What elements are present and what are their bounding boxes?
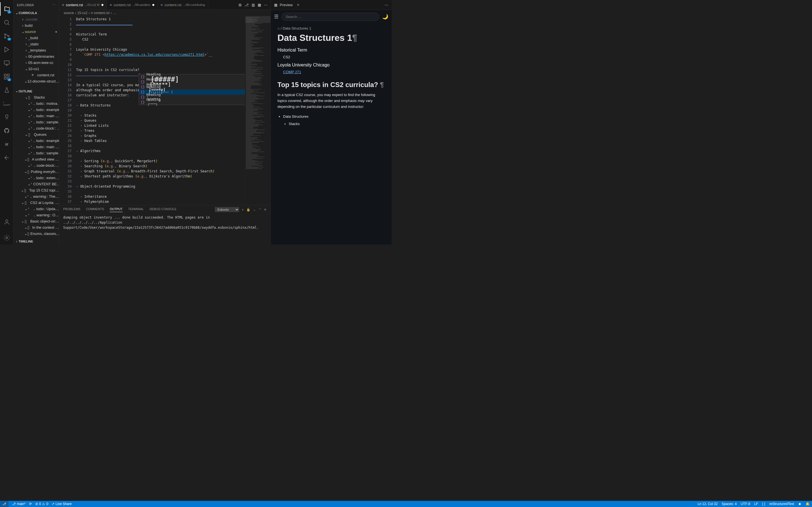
outline-item[interactable]: ⌄*.. todo:: main … <box>13 113 59 119</box>
minimap[interactable] <box>245 16 270 205</box>
outline-item[interactable]: ⌄[]Basic object-ori… <box>13 218 59 224</box>
breadcrumb-item[interactable]: ≡ content.rst <box>91 11 109 15</box>
outline-item[interactable]: ⌄*.. todo:: example <box>13 107 59 113</box>
outline-item[interactable]: ⌄[]A unified view … <box>13 156 59 163</box>
editor-tab[interactable]: ≡content.rst.../15-cs2 M● <box>59 0 107 10</box>
menu-icon[interactable]: ☰ <box>274 13 278 20</box>
home-icon[interactable]: ⌂ <box>277 26 280 31</box>
bottom-panel: PROBLEMSCOMMENTSOUTPUTTERMINALDEBUG CONS… <box>59 205 270 244</box>
tree-item[interactable]: ›.vscode <box>13 16 59 22</box>
preview-search-input[interactable] <box>282 13 379 21</box>
extensions-icon[interactable]: 2 <box>0 70 13 83</box>
more-icon[interactable]: ⋯ <box>52 3 56 7</box>
course-link[interactable]: COMP 271 <box>283 70 301 74</box>
panel-tab-output[interactable]: OUTPUT <box>110 207 122 212</box>
outline-item[interactable]: ⌄*CONTENT BE… <box>13 181 59 187</box>
tree-item[interactable]: ≡content.rst <box>13 72 59 78</box>
pilcrow-icon[interactable]: ¶ <box>352 33 357 43</box>
github-icon[interactable] <box>0 124 13 137</box>
panel-close-icon[interactable]: ✕ <box>264 208 266 212</box>
outline-item[interactable]: ⌄[]Putting everyth… <box>13 169 59 175</box>
preview-tabbar: ▦ Preview ✕ ⋯ <box>271 0 392 10</box>
tree-item[interactable]: ›_build <box>13 35 59 41</box>
suggest-item[interactable]: {}Heading ["""""] <box>139 100 254 105</box>
tree-item[interactable]: ›_static <box>13 41 59 47</box>
outline-item[interactable]: ⌄[]In the context … <box>13 224 59 231</box>
run-icon[interactable] <box>0 43 13 56</box>
tree-item[interactable]: ›_templates <box>13 47 59 53</box>
breadcrumb[interactable]: source ›15-cs2 ›≡ content.rst ›… <box>59 10 270 16</box>
outline-item[interactable]: ⌄*.. todo:: exten… <box>13 175 59 181</box>
outline-item[interactable]: ⌄*.. todo:: sample… <box>13 119 59 125</box>
panel-down-icon[interactable]: ⌄ <box>253 208 256 212</box>
outline-item[interactable]: ⌄*.. code-block:: … <box>13 125 59 131</box>
editor-tab[interactable]: ≡content.rst.../90-contributing <box>158 0 208 10</box>
share-icon[interactable] <box>0 151 13 165</box>
outline-item[interactable]: ⌄*.. code-block:… <box>13 163 59 169</box>
outline-item[interactable]: ⌄[]Queues <box>13 131 59 138</box>
explorer-icon[interactable]: 2 <box>0 2 13 16</box>
svg-rect-5 <box>4 74 6 76</box>
outline-item[interactable]: ⌄*.. warning:: The… <box>13 193 59 200</box>
close-icon[interactable]: ✕ <box>297 3 300 7</box>
uni-label: Loyola University Chicago <box>277 62 385 68</box>
section-outline[interactable]: ⌄OUTLINE <box>13 88 59 94</box>
tree-item[interactable]: ›build <box>13 22 59 29</box>
breadcrumb-item[interactable]: source <box>64 11 74 15</box>
outline-item[interactable]: ⌄[]Enums, classes,… <box>13 231 59 237</box>
lamp-icon[interactable] <box>0 110 13 124</box>
tree-item[interactable]: ⌄12-discrete-struct… <box>13 78 59 84</box>
breadcrumb-item[interactable]: … <box>113 11 116 15</box>
outline-item[interactable]: ⌄*.. todo:: main … <box>13 144 59 150</box>
tree-item[interactable]: ⌄source● <box>13 29 59 35</box>
section-timeline[interactable]: ›TIMELINE <box>13 238 59 244</box>
settings-icon[interactable] <box>0 231 13 244</box>
outline-item[interactable]: ⌄*.. todo:: example <box>13 138 59 144</box>
panel-tab-terminal[interactable]: TERMINAL <box>128 207 144 212</box>
oneapi-icon[interactable]: 1oneAPI <box>0 97 13 110</box>
preview-more-icon[interactable]: ⋯ <box>381 3 392 7</box>
outline-item[interactable]: ⌄[]CS2 at Loyola: … <box>13 200 59 206</box>
section-curricula[interactable]: ⌄CURRICULA <box>13 10 59 16</box>
outline-item[interactable]: ⌄[]Top 15 CS2 topi… <box>13 187 59 193</box>
search-icon[interactable] <box>0 16 13 29</box>
panel-lock-icon[interactable]: 🔓 <box>246 208 250 212</box>
layout-icon[interactable]: ▦ <box>258 3 261 7</box>
compare-icon[interactable]: ⊞ <box>239 3 242 7</box>
theme-toggle-icon[interactable]: 🌙 <box>382 13 388 20</box>
tree-item[interactable]: ›00-preliminaries <box>13 53 59 59</box>
preview-tab[interactable]: ▦ Preview ✕ <box>271 0 303 10</box>
panel-tab-debug-console[interactable]: DEBUG CONSOLE <box>149 207 176 212</box>
output-channel-select[interactable]: Esbonio <box>215 207 239 212</box>
code-editor[interactable]: Data Structures 1 Historical Term CS2 Lo… <box>76 16 245 205</box>
ext-badge: 2 <box>7 78 11 81</box>
editor-tab[interactable]: ≡content.rst.../99-sandbox● <box>107 0 158 10</box>
suggest-widget[interactable]: {}Heading [#####]{}Heading [*****]{}Head… <box>139 74 254 105</box>
output-body[interactable]: dumping object inventory ... done build … <box>59 214 270 244</box>
svg-point-1 <box>4 34 6 35</box>
preview-body[interactable]: ⌂ / Data Structures 1 Data Structures 1¶… <box>271 23 392 244</box>
m-icon[interactable]: M <box>0 137 13 151</box>
remote-icon[interactable] <box>0 56 13 70</box>
git-icon[interactable]: ⎇ <box>245 3 249 7</box>
panel-clear-icon[interactable]: ≡ <box>242 208 244 211</box>
preview-breadcrumb[interactable]: ⌂ / Data Structures 1 <box>277 26 385 31</box>
minimap-slider[interactable] <box>245 16 270 23</box>
outline-item[interactable]: ⌄*.. todo:: motiva… <box>13 101 59 107</box>
outline-item[interactable]: ⌄*.. warning:: O… <box>13 212 59 218</box>
panel-up-icon[interactable]: ⌃ <box>259 208 261 212</box>
source-control-icon[interactable]: 2 <box>0 29 13 43</box>
outline-item[interactable]: ⌄[]Stacks <box>13 94 59 101</box>
split-icon[interactable]: ▥ <box>252 3 255 7</box>
tab-bar: ≡content.rst.../15-cs2 M●≡content.rst...… <box>59 0 270 10</box>
tree-item[interactable]: ›05-acm-ieee-cc <box>13 59 59 66</box>
flask-icon[interactable] <box>0 83 13 97</box>
outline-item[interactable]: ⌄*.. todo:: sample… <box>13 150 59 156</box>
more-icon[interactable]: ⋯ <box>264 3 267 7</box>
outline-item[interactable]: ⌄*.. todo:: Upda… <box>13 206 59 212</box>
panel-tab-comments[interactable]: COMMENTS <box>86 207 104 212</box>
pilcrow-icon[interactable]: ¶ <box>380 81 384 89</box>
breadcrumb-item[interactable]: 15-cs2 <box>77 11 87 15</box>
tree-item[interactable]: ⌄10-cs1 <box>13 66 59 72</box>
account-icon[interactable] <box>0 215 13 229</box>
